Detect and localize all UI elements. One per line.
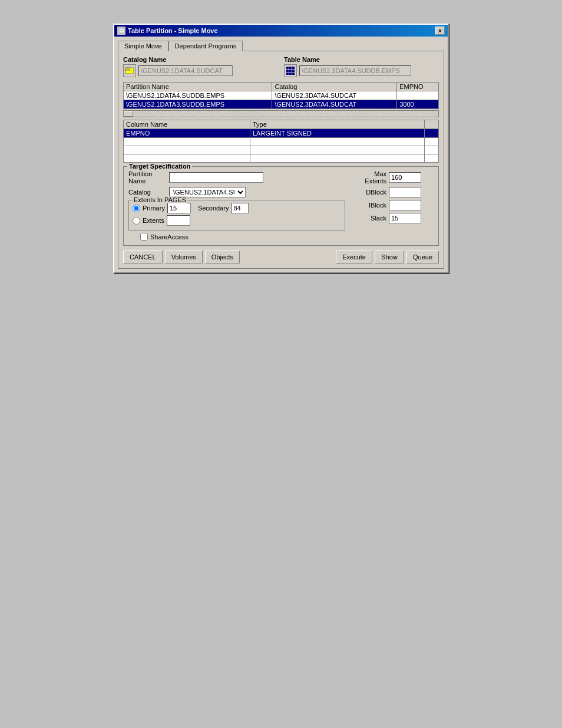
partition-name-field[interactable]	[169, 172, 263, 183]
right-button-group: Execute Show Queue	[336, 251, 439, 263]
iblock-row: IBlock	[351, 200, 434, 210]
primary-radio[interactable]	[133, 205, 140, 212]
col-extra-cell	[424, 129, 438, 138]
window-icon: 🗂	[117, 27, 125, 35]
max-extents-input[interactable]	[389, 172, 421, 183]
extents-radio-row: Extents	[133, 215, 341, 226]
empno-cell	[397, 91, 439, 100]
iblock-input[interactable]	[389, 200, 421, 210]
column-name-header: Column Name	[124, 120, 250, 129]
dblock-input[interactable]	[389, 187, 421, 197]
extra-header	[424, 120, 438, 129]
col-type-cell: LARGEINT SIGNED	[250, 129, 424, 138]
objects-button[interactable]: Objects	[205, 251, 240, 263]
secondary-value-input[interactable]	[231, 203, 249, 213]
title-bar: 🗂 Table Partition - Simple Move ×	[114, 25, 448, 37]
table-section: Table Name	[284, 56, 439, 77]
column-row-empty	[124, 146, 439, 154]
share-access-checkbox[interactable]	[140, 233, 148, 241]
window-body: Simple Move Dependant Programs Catalog N…	[114, 37, 448, 272]
catalog-section: Catalog Name	[123, 56, 278, 77]
target-left-panel: Partition Name Catalog \GENUS2.1DATA4.SU…	[128, 170, 345, 241]
share-access-label: ShareAccess	[150, 233, 189, 241]
catalog-col-header: Catalog	[272, 83, 397, 91]
col-name-cell: EMPNO	[124, 129, 250, 138]
catalog-cell: \GENUS2.3DATA4.SUDCAT	[272, 100, 397, 109]
queue-button[interactable]: Queue	[406, 251, 439, 263]
catalog-form-label: Catalog	[128, 189, 167, 196]
svg-rect-1	[125, 68, 130, 70]
primary-label: Primary	[143, 205, 165, 212]
catalog-name-input[interactable]	[138, 65, 233, 76]
main-window: 🗂 Table Partition - Simple Move × Simple…	[113, 24, 449, 274]
primary-value-input[interactable]	[167, 203, 191, 213]
target-specification-section: Target Specification Partition Name Cata…	[123, 166, 439, 246]
catalog-table-row: Catalog Name Table N	[123, 56, 439, 77]
dblock-row: DBlock	[351, 187, 434, 197]
partition-col-header: Partition Name	[124, 83, 272, 91]
column-table: Column Name Type EMPNO LARGEINT SIGNED	[123, 120, 439, 163]
window-title: Table Partition - Simple Move	[128, 27, 218, 34]
cancel-button[interactable]: CANCEL	[123, 251, 163, 263]
extents-value-input[interactable]	[167, 215, 190, 226]
partition-cell: \GENUS2.1DATA4.SUDDB.EMPS	[124, 91, 272, 100]
column-row[interactable]: EMPNO LARGEINT SIGNED	[124, 129, 439, 138]
partition-table: Partition Name Catalog EMPNO \GENUS2.1DA…	[123, 82, 439, 109]
type-header: Type	[250, 120, 424, 129]
empno-cell: 3000	[397, 100, 439, 109]
extents-label: Extents In PAGES	[133, 196, 187, 203]
table-row[interactable]: \GENUS2.1DATA4.SUDDB.EMPS \GENUS2.3DATA4…	[124, 91, 439, 100]
partition-name-form-label: Partition Name	[128, 170, 167, 185]
tab-simple-move[interactable]: Simple Move	[118, 41, 168, 51]
slack-input[interactable]	[389, 213, 421, 223]
target-spec-layout: Partition Name Catalog \GENUS2.1DATA4.SU…	[128, 170, 434, 241]
table-icon	[284, 64, 297, 77]
tab-bar: Simple Move Dependant Programs	[118, 40, 444, 51]
catalog-name-label: Catalog Name	[123, 56, 278, 63]
max-extents-row: Max Extents	[351, 170, 434, 185]
left-button-group: CANCEL Volumes Objects	[123, 251, 240, 263]
partition-cell: \GENUS2.1DATA3.SUDDB.EMPS	[124, 100, 272, 109]
primary-radio-row: Primary Secondary	[133, 203, 341, 213]
extents-radio[interactable]	[133, 217, 140, 225]
max-extents-label: Max Extents	[351, 170, 386, 185]
scrollbar-thumb[interactable]	[124, 111, 133, 117]
tab-dependant-programs[interactable]: Dependant Programs	[168, 41, 243, 51]
extents-radio-label: Extents	[143, 217, 164, 224]
show-button[interactable]: Show	[375, 251, 404, 263]
target-right-panel: Max Extents DBlock IBlock Slack	[351, 170, 434, 241]
share-access-row: ShareAccess	[140, 233, 345, 241]
table-row[interactable]: \GENUS2.1DATA3.SUDDB.EMPS \GENUS2.3DATA4…	[124, 100, 439, 109]
bottom-buttons: CANCEL Volumes Objects Execute Show Queu…	[123, 251, 439, 263]
horizontal-scrollbar[interactable]	[123, 110, 439, 117]
table-name-input[interactable]	[299, 65, 411, 76]
tab-content: Catalog Name Table N	[118, 51, 444, 269]
slack-label: Slack	[351, 215, 386, 222]
iblock-label: IBlock	[351, 202, 386, 209]
execute-button[interactable]: Execute	[336, 251, 372, 263]
volumes-button[interactable]: Volumes	[165, 251, 203, 263]
slack-row: Slack	[351, 213, 434, 223]
scroll-track	[124, 111, 438, 117]
dblock-label: DBlock	[351, 189, 386, 196]
catalog-icon	[123, 64, 136, 77]
column-row-empty	[124, 154, 439, 163]
table-name-label: Table Name	[284, 56, 439, 63]
close-button[interactable]: ×	[435, 27, 445, 35]
catalog-cell: \GENUS2.3DATA4.SUDCAT	[272, 91, 397, 100]
extents-box: Extents In PAGES Primary Secondary Ex	[128, 200, 345, 230]
secondary-label: Secondary	[198, 205, 229, 212]
column-row-empty	[124, 138, 439, 146]
target-spec-label: Target Specification	[127, 163, 192, 170]
empno-col-header: EMPNO	[397, 83, 439, 91]
partition-name-row: Partition Name	[128, 170, 345, 185]
